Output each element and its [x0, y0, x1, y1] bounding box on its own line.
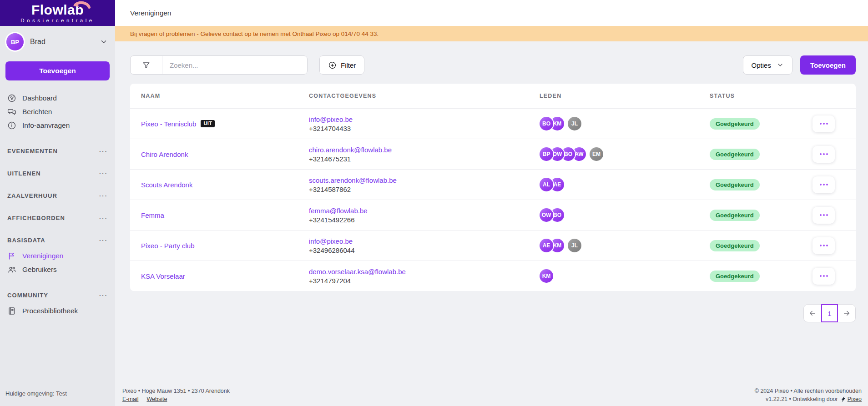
user-name: Brad — [30, 38, 45, 46]
table-row: Chiro Arendonk chiro.arendonk@flowlab.be… — [130, 139, 856, 169]
table-body: Pixeo - Tennisclub UiT info@pixeo.be +32… — [130, 108, 856, 291]
filter-button[interactable]: Filter — [319, 55, 364, 75]
sidebar-section-community: COMMUNITY ··· Procesbibliotheek — [0, 292, 115, 318]
row-email-link[interactable]: scouts.arendonk@flowlab.be — [309, 176, 540, 184]
ellipsis-icon[interactable]: ··· — [99, 237, 108, 244]
column-header-status: STATUS — [710, 93, 812, 99]
row-name-link[interactable]: Pixeo - Tennisclub — [141, 120, 196, 128]
row-actions-button[interactable] — [812, 115, 835, 132]
chevron-down-icon — [100, 38, 108, 46]
row-actions-button[interactable] — [812, 268, 835, 285]
sidebar-section-zaalverhuur: ZAALVERHUUR ··· — [0, 192, 115, 199]
row-email-link[interactable]: info@pixeo.be — [309, 115, 540, 123]
footer-developer-link[interactable]: Pixeo — [848, 396, 862, 402]
row-phone: +32496286044 — [309, 246, 540, 254]
row-name-link[interactable]: Pixeo - Party club — [141, 242, 195, 250]
sidebar-item-label: Dashboard — [22, 94, 57, 102]
status-badge: Goedgekeurd — [710, 149, 760, 160]
flag-icon — [7, 251, 16, 261]
sidebar-nav: Dashboard Berichten Info-aanvragen — [0, 91, 115, 132]
options-button[interactable]: Opties — [743, 55, 792, 75]
filter-button-label: Filter — [341, 61, 356, 69]
sidebar-section-afficheborden: AFFICHEBORDEN ··· — [0, 215, 115, 221]
sidebar-item-verenigingen[interactable]: Verenigingen — [0, 249, 115, 263]
row-email-link[interactable]: chiro.arendonk@flowlab.be — [309, 146, 540, 154]
member-avatar[interactable]: OW — [540, 208, 553, 222]
ellipsis-icon[interactable]: ··· — [99, 292, 108, 299]
sidebar-section-evenementen: EVENEMENTEN ··· — [0, 148, 115, 155]
pixeo-logo-icon — [840, 396, 845, 402]
member-avatar[interactable]: JL — [568, 117, 581, 130]
sidebar-item-berichten[interactable]: Berichten — [0, 105, 115, 119]
section-label: COMMUNITY — [7, 292, 48, 299]
row-email-link[interactable]: femma@flowlab.be — [309, 207, 540, 215]
info-icon — [7, 121, 16, 130]
ellipsis-icon[interactable]: ··· — [99, 215, 108, 221]
status-badge: Goedgekeurd — [710, 240, 760, 251]
row-name-link[interactable]: KSA Vorselaar — [141, 272, 185, 280]
user-menu[interactable]: BP Brad — [0, 26, 115, 55]
sidebar-item-dashboard[interactable]: Dashboard — [0, 91, 115, 105]
funnel-filter-button[interactable] — [131, 56, 162, 74]
row-members: BPOWBOAWEM — [540, 147, 710, 161]
sidebar-item-procesbibliotheek[interactable]: Procesbibliotheek — [0, 304, 115, 318]
sidebar-item-info-aanvragen[interactable]: Info-aanvragen — [0, 119, 115, 132]
row-phone: +3214675231 — [309, 155, 540, 163]
ellipsis-icon[interactable]: ··· — [99, 148, 108, 155]
row-name-link[interactable]: Scouts Arendonk — [141, 181, 192, 189]
content: Filter Opties Toevoegen NAAM CONTACTGEGE… — [115, 41, 868, 388]
member-avatar[interactable]: BO — [540, 117, 553, 130]
member-avatar[interactable]: JL — [568, 239, 581, 252]
sidebar-item-label: Procesbibliotheek — [22, 307, 78, 315]
search-input[interactable] — [162, 56, 307, 74]
member-avatar[interactable]: EM — [590, 147, 603, 161]
row-phone: +3214704433 — [309, 125, 540, 132]
sidebar-section-uitlenen: UITLENEN ··· — [0, 170, 115, 177]
member-avatar[interactable]: BP — [540, 147, 553, 161]
sidebar-add-button[interactable]: Toevoegen — [5, 61, 110, 80]
current-page-button[interactable]: 1 — [821, 304, 838, 322]
sidebar-item-gebruikers[interactable]: Gebruikers — [0, 263, 115, 276]
row-actions-button[interactable] — [812, 207, 835, 224]
sidebar-item-label: Info-aanvragen — [22, 121, 70, 130]
row-actions-button[interactable] — [812, 146, 835, 163]
footer: Pixeo • Hoge Mauw 1351 • 2370 Arendonk E… — [115, 388, 868, 406]
row-actions-button[interactable] — [812, 176, 835, 193]
arrow-left-icon — [808, 309, 817, 317]
ellipsis-icon[interactable]: ··· — [99, 192, 108, 199]
table-header-row: NAAM CONTACTGEGEVENS LEDEN STATUS — [130, 84, 856, 108]
member-avatar[interactable]: AL — [540, 178, 553, 191]
ellipsis-icon[interactable]: ··· — [99, 170, 108, 177]
section-label: UITLENEN — [7, 170, 41, 177]
app-root: Flowlab Dossiercentrale BP Brad Toevoege… — [0, 0, 868, 406]
row-email-link[interactable]: info@pixeo.be — [309, 237, 540, 245]
table-row: Pixeo - Tennisclub UiT info@pixeo.be +32… — [130, 108, 856, 139]
row-email-link[interactable]: demo.vorselaar.ksa@flowlab.be — [309, 268, 540, 276]
next-page-button[interactable] — [838, 305, 855, 322]
gauge-icon — [7, 94, 16, 103]
status-badge: Goedgekeurd — [710, 118, 760, 130]
add-button[interactable]: Toevoegen — [800, 55, 856, 75]
table-row: Femma femma@flowlab.be +32415492266 OWBO… — [130, 200, 856, 230]
arrow-right-icon — [843, 309, 851, 317]
member-avatar[interactable]: KM — [540, 269, 553, 283]
row-members: ALAE — [540, 178, 710, 191]
row-name-link[interactable]: Chiro Arendonk — [141, 150, 188, 158]
row-phone: +3214587862 — [309, 185, 540, 193]
brand-subtitle: Dossiercentrale — [20, 18, 94, 23]
funnel-icon — [142, 61, 151, 70]
uit-badge: UiT — [201, 120, 215, 128]
row-name-link[interactable]: Femma — [141, 211, 164, 219]
status-badge: Goedgekeurd — [710, 271, 760, 282]
sidebar-item-label: Gebruikers — [22, 266, 57, 274]
member-avatar[interactable]: AE — [540, 239, 553, 252]
row-actions-button[interactable] — [812, 237, 835, 254]
previous-page-button[interactable] — [804, 305, 821, 322]
status-badge: Goedgekeurd — [710, 210, 760, 221]
options-button-label: Opties — [752, 61, 771, 69]
sidebar-item-label: Verenigingen — [22, 252, 64, 260]
footer-website-link[interactable]: Website — [146, 396, 167, 402]
row-phone: +3214797204 — [309, 277, 540, 285]
toolbar: Filter Opties Toevoegen — [130, 55, 856, 75]
footer-email-link[interactable]: E-mail — [122, 396, 138, 402]
